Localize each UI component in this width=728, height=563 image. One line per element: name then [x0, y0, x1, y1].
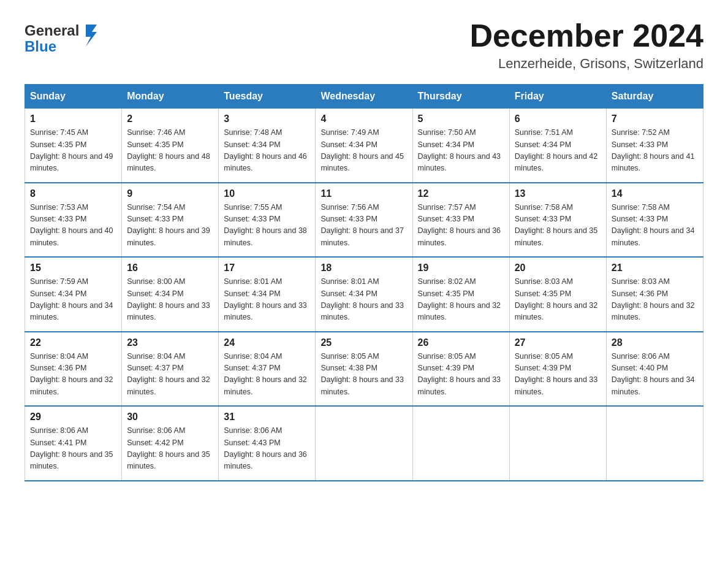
day-number: 18 [320, 262, 407, 274]
day-number: 16 [127, 262, 213, 274]
day-info: Sunrise: 7:49 AMSunset: 4:34 PMDaylight:… [320, 127, 407, 175]
day-info: Sunrise: 7:55 AMSunset: 4:33 PMDaylight:… [224, 202, 310, 250]
logo: General Blue [25, 18, 104, 55]
calendar-table: SundayMondayTuesdayWednesdayThursdayFrid… [25, 84, 703, 481]
day-info: Sunrise: 7:48 AMSunset: 4:34 PMDaylight:… [224, 127, 310, 175]
day-cell: 15 Sunrise: 7:59 AMSunset: 4:34 PMDaylig… [25, 257, 122, 332]
day-cell [509, 406, 606, 481]
logo-mark: General Blue [25, 18, 104, 55]
day-cell: 8 Sunrise: 7:53 AMSunset: 4:33 PMDayligh… [25, 183, 122, 258]
location: Lenzerheide, Grisons, Switzerland [469, 56, 703, 72]
header-monday: Monday [122, 85, 219, 109]
day-info: Sunrise: 7:51 AMSunset: 4:34 PMDaylight:… [515, 127, 601, 175]
day-info: Sunrise: 7:56 AMSunset: 4:33 PMDaylight:… [320, 202, 407, 250]
day-info: Sunrise: 8:03 AMSunset: 4:35 PMDaylight:… [515, 276, 601, 324]
day-number: 27 [515, 337, 601, 348]
day-info: Sunrise: 7:53 AMSunset: 4:33 PMDaylight:… [30, 202, 116, 250]
day-number: 22 [30, 337, 116, 348]
day-cell [606, 406, 703, 481]
day-number: 4 [320, 113, 407, 124]
day-cell: 11 Sunrise: 7:56 AMSunset: 4:33 PMDaylig… [316, 183, 412, 258]
week-row-1: 1 Sunrise: 7:45 AMSunset: 4:35 PMDayligh… [25, 109, 703, 183]
day-cell: 20 Sunrise: 8:03 AMSunset: 4:35 PMDaylig… [509, 257, 606, 332]
day-cell: 7 Sunrise: 7:52 AMSunset: 4:33 PMDayligh… [606, 109, 703, 183]
day-number: 14 [612, 188, 698, 199]
header-wednesday: Wednesday [316, 85, 412, 109]
day-cell: 19 Sunrise: 8:02 AMSunset: 4:35 PMDaylig… [412, 257, 509, 332]
day-info: Sunrise: 7:46 AMSunset: 4:35 PMDaylight:… [127, 127, 213, 175]
day-number: 7 [612, 113, 698, 124]
day-info: Sunrise: 8:05 AMSunset: 4:38 PMDaylight:… [320, 351, 407, 399]
day-info: Sunrise: 8:03 AMSunset: 4:36 PMDaylight:… [612, 276, 698, 324]
day-number: 24 [224, 337, 310, 348]
day-cell: 16 Sunrise: 8:00 AMSunset: 4:34 PMDaylig… [122, 257, 219, 332]
day-number: 31 [224, 412, 310, 423]
day-number: 11 [320, 188, 407, 199]
day-cell: 12 Sunrise: 7:57 AMSunset: 4:33 PMDaylig… [412, 183, 509, 258]
day-number: 28 [612, 337, 698, 348]
day-info: Sunrise: 8:01 AMSunset: 4:34 PMDaylight:… [224, 276, 310, 324]
day-info: Sunrise: 7:57 AMSunset: 4:33 PMDaylight:… [418, 202, 504, 250]
day-number: 23 [127, 337, 213, 348]
day-number: 1 [30, 113, 116, 124]
day-cell: 25 Sunrise: 8:05 AMSunset: 4:38 PMDaylig… [316, 332, 412, 407]
day-cell: 23 Sunrise: 8:04 AMSunset: 4:37 PMDaylig… [122, 332, 219, 407]
day-info: Sunrise: 8:06 AMSunset: 4:41 PMDaylight:… [30, 425, 116, 473]
day-number: 8 [30, 188, 116, 199]
month-title: December 2024 [469, 18, 703, 53]
day-info: Sunrise: 8:04 AMSunset: 4:37 PMDaylight:… [127, 351, 213, 399]
day-number: 26 [418, 337, 504, 348]
day-cell: 22 Sunrise: 8:04 AMSunset: 4:36 PMDaylig… [25, 332, 122, 407]
day-info: Sunrise: 7:52 AMSunset: 4:33 PMDaylight:… [612, 127, 698, 175]
day-cell: 29 Sunrise: 8:06 AMSunset: 4:41 PMDaylig… [25, 406, 122, 481]
week-row-4: 22 Sunrise: 8:04 AMSunset: 4:36 PMDaylig… [25, 332, 703, 407]
svg-text:General: General [25, 22, 79, 39]
day-number: 17 [224, 262, 310, 274]
day-cell: 27 Sunrise: 8:05 AMSunset: 4:39 PMDaylig… [509, 332, 606, 407]
day-cell: 4 Sunrise: 7:49 AMSunset: 4:34 PMDayligh… [316, 109, 412, 183]
day-info: Sunrise: 8:06 AMSunset: 4:40 PMDaylight:… [612, 351, 698, 399]
day-number: 21 [612, 262, 698, 274]
day-info: Sunrise: 7:58 AMSunset: 4:33 PMDaylight:… [612, 202, 698, 250]
day-cell: 13 Sunrise: 7:58 AMSunset: 4:33 PMDaylig… [509, 183, 606, 258]
week-row-3: 15 Sunrise: 7:59 AMSunset: 4:34 PMDaylig… [25, 257, 703, 332]
svg-text:Blue: Blue [25, 38, 56, 55]
day-number: 30 [127, 412, 213, 423]
day-cell [412, 406, 509, 481]
day-cell: 10 Sunrise: 7:55 AMSunset: 4:33 PMDaylig… [219, 183, 316, 258]
day-cell: 18 Sunrise: 8:01 AMSunset: 4:34 PMDaylig… [316, 257, 412, 332]
day-cell: 26 Sunrise: 8:05 AMSunset: 4:39 PMDaylig… [412, 332, 509, 407]
page-header: General Blue December 2024 Lenzerheide, … [25, 18, 703, 72]
logo-svg: General Blue [25, 18, 104, 55]
day-number: 29 [30, 412, 116, 423]
header-tuesday: Tuesday [219, 85, 316, 109]
day-cell: 17 Sunrise: 8:01 AMSunset: 4:34 PMDaylig… [219, 257, 316, 332]
header-thursday: Thursday [412, 85, 509, 109]
day-cell: 30 Sunrise: 8:06 AMSunset: 4:42 PMDaylig… [122, 406, 219, 481]
svg-marker-2 [86, 25, 97, 47]
day-cell [316, 406, 412, 481]
week-row-2: 8 Sunrise: 7:53 AMSunset: 4:33 PMDayligh… [25, 183, 703, 258]
day-number: 6 [515, 113, 601, 124]
day-info: Sunrise: 7:50 AMSunset: 4:34 PMDaylight:… [418, 127, 504, 175]
header-sunday: Sunday [25, 85, 122, 109]
day-cell: 21 Sunrise: 8:03 AMSunset: 4:36 PMDaylig… [606, 257, 703, 332]
day-info: Sunrise: 8:05 AMSunset: 4:39 PMDaylight:… [515, 351, 601, 399]
day-info: Sunrise: 8:05 AMSunset: 4:39 PMDaylight:… [418, 351, 504, 399]
day-cell: 31 Sunrise: 8:06 AMSunset: 4:43 PMDaylig… [219, 406, 316, 481]
day-number: 12 [418, 188, 504, 199]
day-info: Sunrise: 7:59 AMSunset: 4:34 PMDaylight:… [30, 276, 116, 324]
day-number: 19 [418, 262, 504, 274]
day-number: 10 [224, 188, 310, 199]
day-info: Sunrise: 8:06 AMSunset: 4:42 PMDaylight:… [127, 425, 213, 473]
day-cell: 3 Sunrise: 7:48 AMSunset: 4:34 PMDayligh… [219, 109, 316, 183]
header-saturday: Saturday [606, 85, 703, 109]
day-cell: 6 Sunrise: 7:51 AMSunset: 4:34 PMDayligh… [509, 109, 606, 183]
day-cell: 2 Sunrise: 7:46 AMSunset: 4:35 PMDayligh… [122, 109, 219, 183]
day-info: Sunrise: 8:06 AMSunset: 4:43 PMDaylight:… [224, 425, 310, 473]
day-cell: 5 Sunrise: 7:50 AMSunset: 4:34 PMDayligh… [412, 109, 509, 183]
day-cell: 28 Sunrise: 8:06 AMSunset: 4:40 PMDaylig… [606, 332, 703, 407]
day-number: 5 [418, 113, 504, 124]
header-friday: Friday [509, 85, 606, 109]
day-cell: 24 Sunrise: 8:04 AMSunset: 4:37 PMDaylig… [219, 332, 316, 407]
